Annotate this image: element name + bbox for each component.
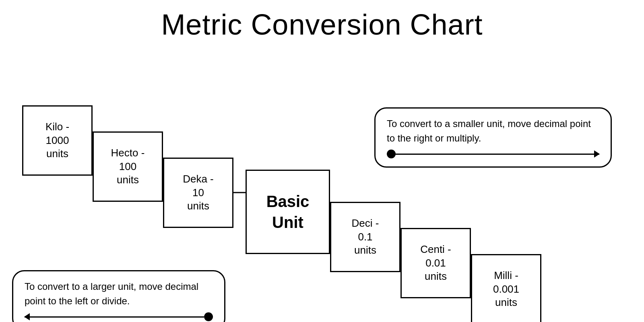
dot-left	[204, 312, 213, 321]
kilo-box: Kilo - 1000 units	[22, 105, 93, 176]
deci-box: Deci - 0.1 units	[330, 202, 400, 272]
info-top-text: To convert to a smaller unit, move decim…	[387, 117, 599, 146]
chart-area: Kilo - 1000 units Hecto - 100 units Deka…	[0, 45, 644, 318]
basic-unit-box: Basic Unit	[246, 170, 330, 254]
info-box-larger-unit: To convert to a larger unit, move decima…	[12, 270, 225, 322]
centi-box: Centi - 0.01 units	[400, 228, 471, 298]
arrow-right-line	[396, 154, 599, 155]
info-box-smaller-unit: To convert to a smaller unit, move decim…	[374, 107, 612, 168]
deka-box: Deka - 10 units	[163, 158, 233, 228]
hecto-box: Hecto - 100 units	[93, 131, 163, 202]
milli-box: Milli - 0.001 units	[471, 254, 541, 322]
dot-right	[387, 150, 396, 158]
page-title: Metric Conversion Chart	[0, 0, 644, 45]
info-bottom-text: To convert to a larger unit, move decima…	[25, 279, 213, 308]
arrow-right-row	[387, 150, 599, 158]
arrow-left-row	[25, 312, 213, 321]
arrow-left-line	[25, 316, 204, 318]
